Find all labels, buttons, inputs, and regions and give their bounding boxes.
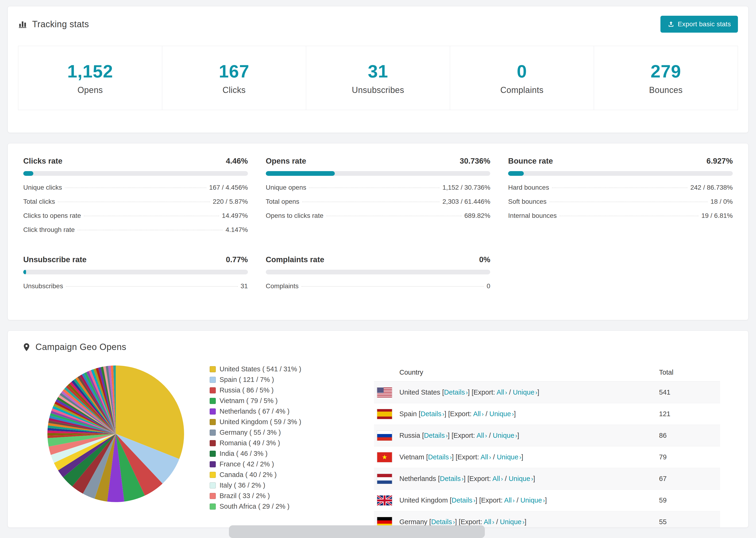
export-all-link[interactable]: All›	[481, 453, 491, 461]
export-unique-link[interactable]: Unique›	[513, 389, 537, 396]
export-all-link[interactable]: All›	[484, 518, 494, 525]
rate-row-label: Click through rate	[23, 226, 75, 234]
rate-row-value: 18 / 0%	[711, 198, 733, 205]
details-link[interactable]: Details›	[431, 518, 455, 525]
export-unique-link[interactable]: Unique›	[500, 518, 524, 525]
table-row: Russia [Details›] [Export: All› / Unique…	[374, 425, 720, 447]
export-unique-link[interactable]: Unique›	[489, 410, 514, 418]
legend-label: Spain ( 121 / 7% )	[220, 376, 274, 384]
table-row: Netherlands [Details›] [Export: All› / U…	[374, 468, 720, 490]
dotted-leader	[326, 216, 461, 216]
stats-row: 1,152 Opens 167 Clicks 31 Unsubscribes 0…	[18, 46, 738, 110]
rate-row-value: 19 / 6.81%	[701, 212, 733, 219]
export-all-link[interactable]: All›	[477, 432, 487, 439]
rate-title: Opens rate	[266, 157, 306, 166]
details-link[interactable]: Details›	[428, 453, 452, 461]
rate-row: Total opens 2,303 / 61.446%	[266, 198, 490, 205]
dotted-leader	[65, 188, 206, 188]
legend-label: United Kingdom ( 59 / 3% )	[220, 418, 301, 426]
export-unique-link[interactable]: Unique›	[520, 497, 545, 504]
rate-row: Unique opens 1,152 / 30.736%	[266, 184, 490, 191]
legend-swatch	[210, 408, 216, 414]
rate-row-label: Total opens	[266, 198, 299, 205]
export-all-link[interactable]: All›	[497, 389, 507, 396]
legend-label: South Africa ( 29 / 2% )	[220, 503, 290, 510]
export-prefix: Export:	[460, 518, 482, 525]
rate-row-value: 14.497%	[222, 212, 248, 219]
export-prefix: Export:	[481, 497, 503, 504]
rate-row-label: Internal bounces	[508, 212, 557, 219]
details-link[interactable]: Details›	[424, 432, 448, 439]
details-link[interactable]: Details›	[444, 389, 468, 396]
progress-bar	[23, 171, 248, 176]
rate-row: Unsubscribes 31	[23, 282, 248, 290]
country-total: 67	[659, 468, 720, 490]
export-unique-link[interactable]: Unique›	[509, 475, 533, 482]
export-prefix: Export:	[450, 410, 472, 418]
rate-row-label: Complaints	[266, 282, 298, 290]
legend-item: India ( 46 / 3% )	[210, 450, 332, 457]
legend-item: Spain ( 121 / 7% )	[210, 376, 332, 384]
rate-row: Total clicks 220 / 5.87%	[23, 198, 248, 205]
details-link[interactable]: Details›	[452, 497, 475, 504]
tracking-stats-title: Tracking stats	[32, 19, 89, 29]
rate-row: Complaints 0	[266, 282, 490, 290]
chevron-right-icon: ›	[442, 410, 445, 418]
chevron-right-icon: ›	[473, 497, 475, 504]
export-all-link[interactable]: All›	[504, 497, 514, 504]
table-row: Vietnam [Details›] [Export: All› / Uniqu…	[374, 447, 720, 468]
chevron-right-icon: ›	[489, 454, 491, 461]
chevron-right-icon: ›	[515, 432, 517, 439]
legend-label: Vietnam ( 79 / 5% )	[220, 397, 278, 405]
flag-vn-icon	[377, 452, 392, 462]
country-name: Vietnam	[399, 453, 424, 461]
export-prefix: Export:	[473, 389, 495, 396]
dotted-leader	[552, 188, 688, 188]
details-link[interactable]: Details›	[420, 410, 444, 418]
legend-item: Romania ( 49 / 3% )	[210, 439, 332, 447]
chevron-right-icon: ›	[461, 475, 464, 482]
dotted-leader	[302, 202, 440, 202]
rate-row-label: Unique opens	[266, 184, 306, 191]
rates-card: Clicks rate 4.46% Unique clicks 167 / 4.…	[8, 143, 748, 320]
rate-title: Unsubscribe rate	[23, 255, 87, 264]
legend-item: Italy ( 36 / 2% )	[210, 481, 332, 489]
details-link[interactable]: Details›	[440, 475, 464, 482]
rate-row-value: 31	[241, 282, 248, 290]
rate-block: Unsubscribe rate 0.77% Unsubscribes 31	[23, 255, 248, 296]
export-all-link[interactable]: All›	[473, 410, 484, 418]
chevron-right-icon: ›	[512, 410, 514, 418]
legend-item: Vietnam ( 79 / 5% )	[210, 397, 332, 405]
rates-bottom-row: Unsubscribe rate 0.77% Unsubscribes 31 C…	[23, 255, 733, 296]
rate-block: Bounce rate 6.927% Hard bounces 242 / 86…	[508, 157, 733, 240]
stat-value: 0	[517, 61, 527, 81]
export-button-label: Export basic stats	[678, 21, 731, 28]
chevron-right-icon: ›	[492, 518, 494, 525]
chevron-right-icon: ›	[501, 475, 503, 482]
legend-item: Canada ( 40 / 2% )	[210, 471, 332, 479]
table-row: United States [Details›] [Export: All› /…	[374, 382, 720, 403]
export-all-link[interactable]: All›	[492, 475, 503, 482]
legend-item: France ( 42 / 2% )	[210, 460, 332, 468]
rate-row-value: 0	[487, 282, 490, 290]
rate-rows: Unique clicks 167 / 4.456% Total clicks …	[23, 184, 248, 234]
export-unique-link[interactable]: Unique›	[493, 432, 517, 439]
horizontal-scrollbar-thumb[interactable]	[229, 525, 485, 538]
legend-item: United Kingdom ( 59 / 3% )	[210, 418, 332, 426]
dotted-leader	[78, 230, 223, 230]
country-column-header: Country	[399, 363, 659, 382]
rate-row: Click through rate 4.147%	[23, 226, 248, 234]
legend-swatch	[210, 461, 216, 467]
rate-row-label: Unique clicks	[23, 184, 62, 191]
geo-opens-card: Campaign Geo Opens United States ( 541 /…	[8, 331, 748, 528]
progress-bar	[266, 270, 490, 274]
export-unique-link[interactable]: Unique›	[497, 453, 521, 461]
dotted-leader	[549, 202, 708, 202]
geo-legend: United States ( 541 / 31% ) Spain ( 121 …	[210, 365, 332, 513]
country-total: 79	[659, 447, 720, 468]
stat-box: 0 Complaints	[450, 46, 594, 110]
export-basic-stats-button[interactable]: Export basic stats	[661, 16, 738, 32]
rate-value: 6.927%	[706, 157, 733, 166]
legend-swatch	[210, 504, 216, 510]
chevron-right-icon: ›	[482, 410, 484, 418]
